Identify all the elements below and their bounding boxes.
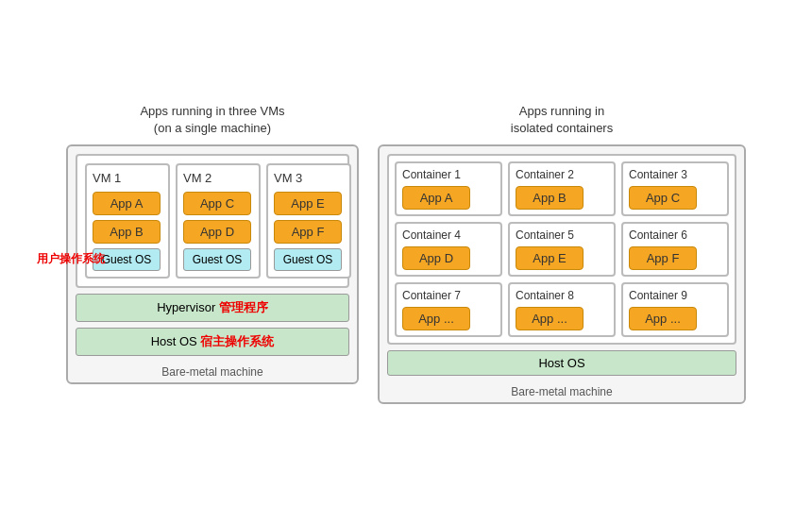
left-title: Apps running in three VMs (on a single m… xyxy=(140,103,284,137)
vm2-app-c: App C xyxy=(183,192,251,215)
vm1-app-a: App A xyxy=(93,192,161,215)
vm3-app-f: App F xyxy=(274,220,342,244)
left-host-os-chinese: 宿主操作系统 xyxy=(200,334,274,348)
container-7-box: Container 7App ... xyxy=(395,282,502,337)
left-title-line2: (on a single machine) xyxy=(154,121,271,135)
container-2-box: Container 2App B xyxy=(508,161,616,216)
hypervisor-chinese: 管理程序 xyxy=(219,300,268,314)
container-9-label: Container 9 xyxy=(629,289,687,302)
vm2-guest-os: Guest OS xyxy=(183,248,251,271)
hypervisor-text: Hypervisor xyxy=(157,300,215,314)
container-1-app: App A xyxy=(402,186,470,210)
vm2-app-d: App D xyxy=(183,220,251,244)
container-8-label: Container 8 xyxy=(516,289,574,302)
container-7-app: App ... xyxy=(402,307,470,330)
page: Apps running in three VMs (on a single m… xyxy=(0,93,812,414)
container-6-label: Container 6 xyxy=(629,228,687,242)
container-5-label: Container 5 xyxy=(516,228,574,242)
vm3-box: VM 3 App E App F Guest OS xyxy=(266,163,351,279)
vm3-guest-os: Guest OS xyxy=(274,248,342,271)
right-host-os-text: Host OS xyxy=(538,356,584,370)
container-5-box: Container 5App E xyxy=(508,222,616,277)
container-2-label: Container 2 xyxy=(516,168,574,181)
container-6-box: Container 6App F xyxy=(621,222,729,277)
vm2-box: VM 2 App C App D Guest OS xyxy=(176,163,261,279)
container-3-box: Container 3App C xyxy=(621,161,729,216)
vm1-label: VM 1 xyxy=(93,171,121,185)
container-1-box: Container 1App A xyxy=(395,161,502,216)
vm1-box: VM 1 App A App B 用户操作系统 Guest OS xyxy=(85,163,170,279)
hypervisor-bar: Hypervisor 管理程序 xyxy=(76,294,349,322)
container-8-box: Container 8App ... xyxy=(508,282,616,337)
container-5-app: App E xyxy=(516,246,584,270)
right-title-line2: isolated containers xyxy=(511,121,613,135)
containers-grid: Container 1App AContainer 2App BContaine… xyxy=(387,154,736,345)
container-2-app: App B xyxy=(516,186,584,210)
container-3-app: App C xyxy=(629,186,697,210)
right-host-os-bar: Host OS xyxy=(387,350,736,376)
container-7-label: Container 7 xyxy=(402,289,461,302)
right-bare-metal: Container 1App AContainer 2App BContaine… xyxy=(378,144,746,404)
container-1-label: Container 1 xyxy=(402,168,461,181)
right-title: Apps running in isolated containers xyxy=(511,103,613,137)
container-9-app: App ... xyxy=(629,307,697,330)
left-diagram: Apps running in three VMs (on a single m… xyxy=(66,103,359,384)
container-4-app: App D xyxy=(402,246,470,270)
container-8-app: App ... xyxy=(516,307,584,330)
vms-area: VM 1 App A App B 用户操作系统 Guest OS VM 2 Ap… xyxy=(76,154,349,288)
right-bare-metal-label: Bare-metal machine xyxy=(380,385,744,398)
container-3-label: Container 3 xyxy=(629,168,687,181)
container-4-label: Container 4 xyxy=(402,228,461,242)
left-host-os-text: Host OS xyxy=(151,334,197,348)
right-diagram: Apps running in isolated containers Cont… xyxy=(378,103,746,404)
vm1-guest-os: 用户操作系统 Guest OS xyxy=(93,248,161,271)
left-host-os-bar: Host OS 宿主操作系统 xyxy=(76,328,349,356)
vm1-app-b: App B xyxy=(93,220,161,244)
left-bare-metal: VM 1 App A App B 用户操作系统 Guest OS VM 2 Ap… xyxy=(66,144,359,384)
left-title-line1: Apps running in three VMs xyxy=(140,104,284,118)
right-title-line1: Apps running in xyxy=(519,104,604,118)
vm2-label: VM 2 xyxy=(183,171,211,185)
container-4-box: Container 4App D xyxy=(395,222,502,277)
left-bare-metal-label: Bare-metal machine xyxy=(68,365,357,379)
vm3-app-e: App E xyxy=(274,192,342,215)
container-9-box: Container 9App ... xyxy=(621,282,729,337)
container-6-app: App F xyxy=(629,246,697,270)
vm3-label: VM 3 xyxy=(274,171,302,185)
guest-os-chinese: 用户操作系统 xyxy=(37,251,105,267)
